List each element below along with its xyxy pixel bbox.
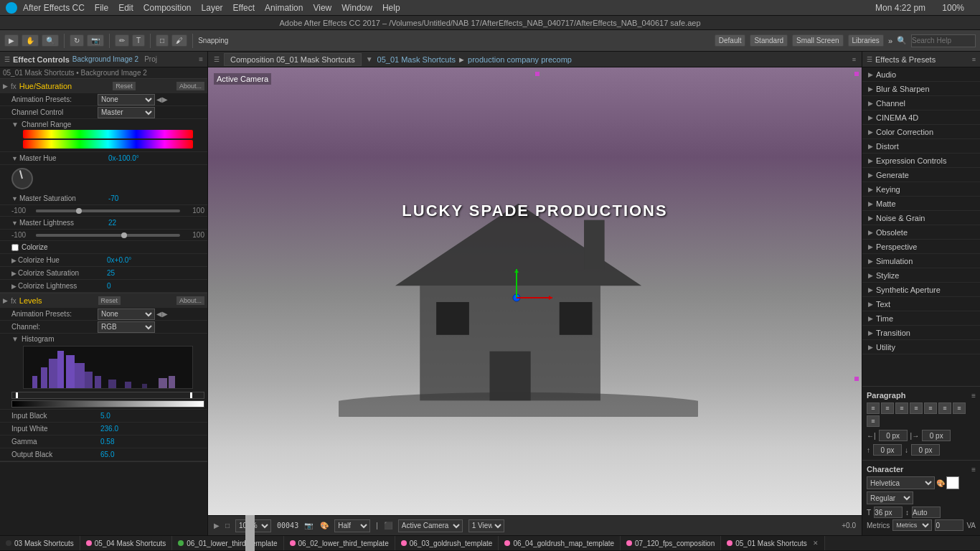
colorize-lightness-value[interactable]: 0 <box>107 282 111 290</box>
tab-03-mask[interactable]: 03 Mask Shortcuts <box>0 535 80 551</box>
levels-about-btn[interactable]: About... <box>176 296 204 305</box>
tab-07[interactable]: 07_120_fps_composition <box>621 535 721 551</box>
hand-tool[interactable]: ✋ <box>22 34 39 47</box>
text-tool[interactable]: T <box>132 34 145 47</box>
input-black-value[interactable]: 5.0 <box>100 412 110 420</box>
space-after-input[interactable] <box>911 444 940 456</box>
lightness-slider[interactable] <box>36 234 180 237</box>
indent-right-input[interactable] <box>922 430 951 441</box>
menu-window[interactable]: Window <box>341 3 372 13</box>
font-select[interactable]: Helvetica <box>867 476 935 489</box>
effect-cat-distort[interactable]: ▶ Distort <box>862 139 980 154</box>
effect-cat-cinema[interactable]: ▶ CINEMA 4D <box>862 110 980 125</box>
effect-cat-generate[interactable]: ▶ Generate <box>862 168 980 182</box>
indent-left-input[interactable] <box>879 430 908 441</box>
align-right[interactable]: ≡ <box>895 402 908 414</box>
effect-cat-synthetic[interactable]: ▶ Synthetic Aperture <box>862 283 980 297</box>
lightness-slider-thumb[interactable] <box>121 232 127 238</box>
size-input[interactable] <box>874 507 903 518</box>
align-left[interactable]: ≡ <box>867 402 880 414</box>
master-saturation-value[interactable]: -70 <box>108 194 118 202</box>
effect-cat-simulation[interactable]: ▶ Simulation <box>862 254 980 268</box>
master-lightness-value[interactable]: 22 <box>108 219 116 227</box>
tab-close-icon[interactable]: ✕ <box>813 540 819 547</box>
preset-default[interactable]: Default <box>715 34 746 47</box>
align-justify[interactable]: ≡ <box>910 402 923 414</box>
menu-aftereffects[interactable]: After Effects CC <box>23 3 85 13</box>
colorize-saturation-value[interactable]: 25 <box>107 269 115 277</box>
effect-cat-text[interactable]: ▶ Text <box>862 297 980 311</box>
effect-cat-transition[interactable]: ▶ Transition <box>862 326 980 340</box>
effect-cat-keying[interactable]: ▶ Keying <box>862 182 980 197</box>
character-menu[interactable]: ≡ <box>971 466 976 474</box>
menu-effect[interactable]: Effect <box>233 3 255 13</box>
channel-control-select[interactable]: Master <box>98 107 155 118</box>
preset-standard[interactable]: Standard <box>750 34 788 47</box>
style-select[interactable]: Regular Bold Italic <box>867 491 913 504</box>
levels-header[interactable]: ▶ fx Levels Reset About... <box>0 293 207 308</box>
effect-cat-matte[interactable]: ▶ Matte <box>862 197 980 211</box>
menu-help[interactable]: Help <box>382 3 400 13</box>
saturation-slider[interactable] <box>36 209 180 212</box>
align-extra2[interactable]: ≡ <box>867 415 880 427</box>
tab-06-01[interactable]: 06_01_lower_third_template <box>172 535 283 551</box>
menu-file[interactable]: File <box>95 3 108 13</box>
menu-layer[interactable]: Layer <box>202 3 223 13</box>
effect-cat-color[interactable]: ▶ Color Correction <box>862 125 980 139</box>
effect-cat-audio[interactable]: ▶ Audio <box>862 67 980 82</box>
view-select[interactable]: 1 View <box>468 519 504 532</box>
effect-cat-obsolete[interactable]: ▶ Obsolete <box>862 225 980 240</box>
effect-cat-blur[interactable]: ▶ Blur & Sharpen <box>862 82 980 96</box>
levels-channel-select[interactable]: RGB <box>98 321 155 333</box>
preset-libraries[interactable]: Libraries <box>848 34 884 47</box>
levels-anim-arrows[interactable]: ◀▶ <box>156 310 168 318</box>
menu-composition[interactable]: Composition <box>143 3 192 13</box>
levels-reset-btn[interactable]: Reset <box>98 296 121 305</box>
pen-tool[interactable]: ✏ <box>115 34 129 47</box>
tab-06-02[interactable]: 06_02_lower_third_template <box>284 535 395 551</box>
comp-tab[interactable]: Composition 05_01 Mask Shortcuts <box>224 53 362 66</box>
effect-cat-stylize[interactable]: ▶ Stylize <box>862 268 980 283</box>
leading-input[interactable] <box>912 507 941 518</box>
font-color-swatch[interactable] <box>946 476 959 489</box>
align-extra1[interactable]: ≡ <box>953 402 966 414</box>
select-tool[interactable]: ▶ <box>4 34 19 47</box>
resolution-select[interactable]: Half Full Quarter <box>334 519 370 532</box>
levels-input-slider[interactable] <box>11 392 204 399</box>
effect-cat-channel[interactable]: ▶ Channel <box>862 96 980 110</box>
tab-06-04[interactable]: 06_04_goldrush_map_template <box>499 535 621 551</box>
hue-saturation-header[interactable]: ▶ fx Hue/Saturation Reset About... <box>0 79 207 93</box>
levels-black-point[interactable] <box>16 392 18 398</box>
effect-cat-time[interactable]: ▶ Time <box>862 311 980 326</box>
comp-footer-icon2[interactable]: □ <box>225 522 230 529</box>
hue-reset-btn[interactable]: Reset <box>113 82 136 90</box>
colorize-hue-value[interactable]: 0x+0.0° <box>107 256 131 264</box>
gamma-value[interactable]: 0.58 <box>100 438 114 446</box>
colorize-checkbox[interactable] <box>11 244 19 251</box>
anim-presets-select[interactable]: None <box>98 94 155 105</box>
align-justify-right[interactable]: ≡ <box>924 402 937 414</box>
paragraph-menu[interactable]: ≡ <box>971 392 976 400</box>
metrics-select[interactable]: Metrics <box>892 519 932 531</box>
effect-cat-utility[interactable]: ▶ Utility <box>862 340 980 354</box>
levels-anim-presets-select[interactable]: None <box>98 309 155 320</box>
align-justify-all[interactable]: ≡ <box>938 402 951 414</box>
menu-view[interactable]: View <box>313 3 331 13</box>
master-hue-dial[interactable] <box>11 168 33 189</box>
align-center[interactable]: ≡ <box>881 402 894 414</box>
zoom-tool[interactable]: 🔍 <box>42 34 59 47</box>
effects-panel-menu[interactable]: ≡ <box>972 56 976 63</box>
anim-presets-arrow[interactable]: ◀▶ <box>156 95 168 103</box>
output-black-value[interactable]: 65.0 <box>100 451 114 458</box>
preset-small-screen[interactable]: Small Screen <box>792 34 843 47</box>
panel-menu-icon[interactable]: ≡ <box>199 55 203 63</box>
tab-05-04[interactable]: 05_04 Mask Shortcuts <box>80 535 173 551</box>
tab-06-03[interactable]: 06_03_goldrush_template <box>395 535 499 551</box>
paint-tool[interactable]: 🖌 <box>171 34 187 47</box>
font-picker-icon[interactable]: 🎨 <box>936 479 945 487</box>
saturation-slider-thumb[interactable] <box>76 208 82 214</box>
menu-animation[interactable]: Animation <box>265 3 303 13</box>
master-hue-value[interactable]: 0x-100.0° <box>108 154 139 162</box>
tab-05-01-active[interactable]: 05_01 Mask Shortcuts ✕ <box>721 535 825 551</box>
levels-white-point[interactable] <box>190 392 192 398</box>
